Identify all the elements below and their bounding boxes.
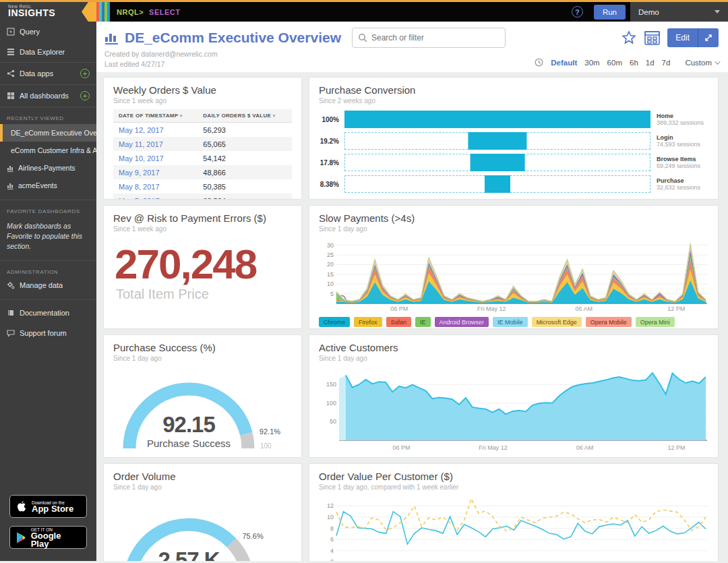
query-icon bbox=[7, 28, 15, 36]
widget-title: Slow Payments (>4s) bbox=[319, 212, 708, 224]
funnel-stage-name: Home bbox=[657, 113, 708, 119]
svg-text:10: 10 bbox=[327, 281, 334, 288]
sidebar-item-data-explorer[interactable]: Data Explorer bbox=[0, 42, 96, 62]
funnel-stage-sessions: 74,593 sessions bbox=[657, 141, 708, 148]
sidebar-item-data-apps[interactable]: Data apps + bbox=[0, 63, 96, 84]
gear-icon bbox=[7, 281, 15, 289]
widget-order-volume: Order Volume Since 1 day ago 2.57 KOrder… bbox=[103, 463, 302, 561]
sidebar-item-label: Support forum bbox=[20, 329, 67, 337]
account-label: Demo bbox=[638, 8, 659, 16]
table-row: May 10, 201754,142 bbox=[113, 151, 292, 165]
svg-text:150: 150 bbox=[326, 382, 336, 388]
date-link[interactable]: May 9, 2017 bbox=[113, 165, 198, 179]
store-badges: Download on the App Store GET IT ON Goog… bbox=[0, 487, 96, 561]
sidebar-recent-dashboard-item[interactable]: eComm Customer Infra & A... bbox=[0, 142, 96, 159]
sidebar-item-query[interactable]: Query bbox=[0, 22, 96, 42]
orders-table: DATE OF TIMESTAMP ▾ DAILY ORDERS $ VALUE… bbox=[113, 109, 292, 200]
svg-text:75.6%: 75.6% bbox=[242, 533, 263, 541]
brand-logo[interactable]: New Relic. INSIGHTS bbox=[0, 2, 96, 22]
sidebar-item-manage-data[interactable]: Manage data bbox=[0, 278, 96, 295]
funnel-stage-percent: 19.2% bbox=[319, 138, 344, 145]
time-option-1d[interactable]: 1d bbox=[646, 59, 655, 67]
sidebar-item-documentation[interactable]: Documentation bbox=[0, 303, 96, 323]
orders-value-cell: 56,293 bbox=[198, 123, 292, 138]
funnel-stage: 8.38%Purchase32,632 sessions bbox=[319, 175, 708, 193]
time-option-default[interactable]: Default bbox=[551, 59, 577, 67]
funnel-stage-percent: 100% bbox=[319, 116, 344, 123]
widget-rev-at-risk: Rev @ Risk to Payment Errors ($) Since 1… bbox=[103, 205, 302, 329]
widget-purchase-success: Purchase Success (%) Since 1 day ago 92.… bbox=[103, 334, 302, 458]
favorite-star-icon[interactable] bbox=[621, 30, 637, 46]
funnel-stage-percent: 8.38% bbox=[319, 181, 344, 188]
funnel-stage-sessions: 32,632 sessions bbox=[657, 184, 708, 191]
table-row: May 7, 201763,504 bbox=[113, 194, 292, 200]
svg-text:06 PM: 06 PM bbox=[392, 444, 410, 451]
search-box bbox=[352, 28, 506, 48]
gauge-chart: 92.15Purchase Success92.1%100 bbox=[113, 363, 293, 452]
funnel-stage: 17.8%Browse Items69,249 sessions bbox=[319, 154, 708, 171]
date-link[interactable]: May 8, 2017 bbox=[113, 179, 198, 194]
widget-title: Active Customers bbox=[319, 342, 708, 353]
nrql-query-bar[interactable]: NRQL> SELECT bbox=[96, 2, 572, 22]
dashboard-grid-icon[interactable] bbox=[644, 30, 661, 46]
time-option-custom[interactable]: Custom bbox=[685, 59, 719, 67]
edit-button[interactable]: Edit bbox=[667, 33, 698, 42]
search-icon bbox=[358, 33, 367, 42]
add-data-app-button[interactable]: + bbox=[80, 69, 90, 78]
legend-chip-opera-mini[interactable]: Opera Mini bbox=[636, 317, 675, 327]
app-store-badge[interactable]: Download on the App Store bbox=[9, 495, 87, 518]
time-range-selector: Default30m60m6h1d7d Custom bbox=[535, 58, 719, 69]
time-option-60m[interactable]: 60m bbox=[607, 59, 622, 67]
legend-chip-safari[interactable]: Safari bbox=[386, 317, 412, 327]
sidebar-item-support-forum[interactable]: Support forum bbox=[0, 323, 96, 343]
sidebar-recent-dashboard-item[interactable]: acmeEvents bbox=[0, 177, 96, 194]
sidebar-item-all-dashboards[interactable]: All dashboards + bbox=[0, 85, 96, 107]
top-bar: New Relic. INSIGHTS NRQL> SELECT ? Run D… bbox=[0, 0, 728, 22]
sidebar-recent-dashboard-item[interactable]: Airlines-Payments bbox=[0, 159, 96, 177]
google-play-badge[interactable]: GET IT ON Google Play bbox=[9, 526, 87, 549]
legend-chip-microsoft-edge[interactable]: Microsoft Edge bbox=[532, 317, 582, 327]
legend-chip-ie[interactable]: IE bbox=[415, 317, 431, 327]
time-option-30m[interactable]: 30m bbox=[584, 59, 599, 67]
date-link[interactable]: May 10, 2017 bbox=[113, 151, 198, 165]
legend-chip-chrome[interactable]: Chrome bbox=[319, 317, 350, 327]
table-row: May 8, 201750,385 bbox=[113, 179, 292, 194]
svg-text:92.15: 92.15 bbox=[162, 412, 215, 437]
svg-text:12: 12 bbox=[327, 503, 334, 510]
chevron-down-icon bbox=[715, 59, 720, 64]
recently-viewed-heading: RECENTLY VIEWED bbox=[0, 107, 96, 124]
page-title: DE_eComm Executive Overview bbox=[125, 30, 341, 46]
svg-text:100: 100 bbox=[326, 400, 336, 407]
svg-text:20: 20 bbox=[327, 262, 334, 268]
column-header-date[interactable]: DATE OF TIMESTAMP ▾ bbox=[113, 109, 198, 123]
legend-chip-opera-mobile[interactable]: Opera Mobile bbox=[586, 317, 632, 327]
area-chart: 5010015006 PMFri May 1206 AM12 PM bbox=[319, 366, 710, 451]
add-dashboard-button[interactable]: + bbox=[80, 91, 90, 100]
stacked-area-chart: 5101520253006 PMFri May 1206 AM12 PM bbox=[319, 237, 710, 312]
sidebar-recent-dashboard-item[interactable]: DE_eComm Executive Ove... bbox=[0, 124, 96, 142]
date-link[interactable]: May 11, 2017 bbox=[113, 137, 198, 151]
expand-button[interactable] bbox=[698, 34, 719, 42]
chart-legend: ChromeFirefoxSafariIEAndroid BrowserIE M… bbox=[319, 317, 708, 327]
orders-value-cell: 48,866 bbox=[198, 165, 292, 179]
widget-title: Purchase Success (%) bbox=[113, 342, 292, 353]
svg-text:92.1%: 92.1% bbox=[260, 427, 280, 436]
legend-chip-firefox[interactable]: Firefox bbox=[354, 317, 382, 327]
time-option-7d[interactable]: 7d bbox=[662, 59, 671, 67]
widget-subtitle: Since 1 week ago bbox=[113, 97, 292, 105]
date-link[interactable]: May 12, 2017 bbox=[113, 123, 198, 138]
run-button[interactable]: Run bbox=[594, 5, 626, 20]
funnel-stage-sessions: 389,332 sessions bbox=[657, 119, 708, 126]
search-input[interactable] bbox=[352, 28, 506, 48]
legend-chip-ie-mobile[interactable]: IE Mobile bbox=[493, 317, 528, 327]
time-option-6h[interactable]: 6h bbox=[630, 59, 638, 67]
funnel-stage-name: Login bbox=[657, 134, 708, 141]
help-icon[interactable]: ? bbox=[572, 6, 583, 18]
column-header-value[interactable]: DAILY ORDERS $ VALUE ▾ bbox=[198, 109, 292, 123]
legend-chip-android-browser[interactable]: Android Browser bbox=[435, 317, 489, 327]
page-header: DE_eComm Executive Overview Edit bbox=[96, 22, 728, 72]
svg-text:100: 100 bbox=[260, 442, 272, 450]
account-dropdown[interactable]: Demo bbox=[630, 2, 728, 22]
gauge-chart: 2.57 KOrders75.6% bbox=[113, 499, 293, 561]
date-link[interactable]: May 7, 2017 bbox=[113, 194, 198, 200]
